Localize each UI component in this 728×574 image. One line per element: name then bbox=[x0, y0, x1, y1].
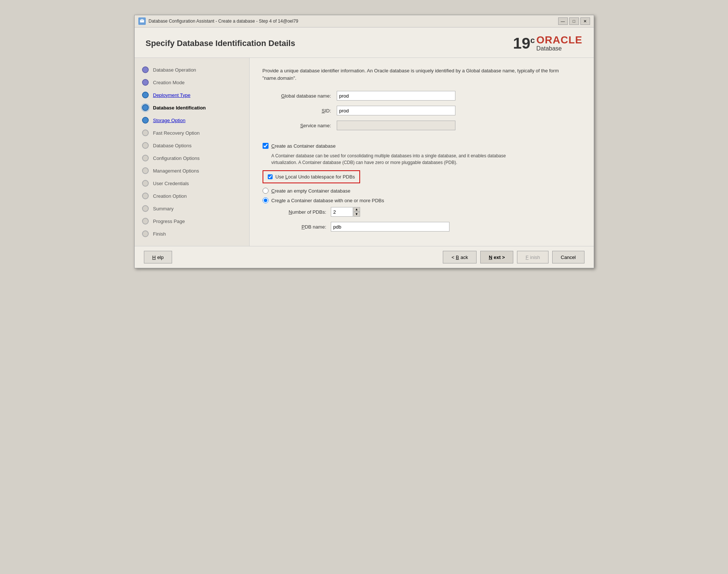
create-with-pdb-row: Create a Container database with one or … bbox=[263, 197, 581, 203]
title-bar: Database Configuration Assistant - Creat… bbox=[135, 15, 594, 27]
create-with-pdb-label: Create a Container database with one or … bbox=[271, 198, 384, 203]
service-name-row: Service name: bbox=[263, 121, 581, 130]
step-inactive-icon bbox=[142, 167, 149, 174]
sid-input[interactable] bbox=[337, 106, 455, 115]
step-inactive-icon bbox=[142, 218, 149, 224]
header: Specify Database Identification Details … bbox=[135, 27, 594, 58]
sid-row: SID: bbox=[263, 106, 581, 115]
spinner-down-button[interactable]: ▼ bbox=[353, 212, 360, 217]
maximize-button[interactable]: □ bbox=[569, 17, 579, 25]
pdb-name-input[interactable] bbox=[331, 222, 449, 232]
page-description: Provide a unique database identifier inf… bbox=[263, 67, 581, 82]
sidebar-item-database-operation: Database Operation bbox=[135, 63, 249, 76]
sidebar-item-deployment-type[interactable]: Deployment Type bbox=[135, 89, 249, 101]
num-pdbs-spinner-wrapper: ▲ ▼ bbox=[331, 207, 360, 217]
svg-rect-1 bbox=[141, 19, 144, 20]
step-inactive-icon bbox=[142, 129, 149, 136]
pdb-name-label: PDB name: bbox=[271, 224, 331, 230]
global-db-name-row: Global database name: bbox=[263, 91, 581, 101]
use-local-undo-highlight-box: Use Local Undo tablespace for PDBs bbox=[263, 170, 360, 183]
pdb-name-row: PDB name: bbox=[271, 222, 581, 232]
container-db-label: Create as Container database bbox=[271, 143, 336, 149]
spinner-up-button[interactable]: ▲ bbox=[353, 207, 360, 212]
step-inactive-icon bbox=[142, 180, 149, 187]
sidebar-item-management-options: Management Options bbox=[135, 164, 249, 177]
container-db-checkbox[interactable] bbox=[263, 143, 269, 149]
content-area: Provide a unique database identifier inf… bbox=[250, 58, 594, 246]
sidebar: Database Operation Creation Mode Deploym… bbox=[135, 58, 250, 246]
oracle-logo: 19c ORACLE Database bbox=[513, 35, 582, 52]
num-pdbs-input[interactable] bbox=[331, 207, 353, 217]
step-inactive-icon bbox=[142, 155, 149, 161]
spinner-buttons: ▲ ▼ bbox=[353, 207, 360, 217]
finish-button[interactable]: Finish bbox=[517, 251, 549, 263]
use-local-undo-checkbox[interactable] bbox=[268, 174, 273, 179]
use-local-undo-label: Use Local Undo tablespace for PDBs bbox=[276, 174, 355, 180]
step-inactive-icon bbox=[142, 193, 149, 199]
sidebar-item-storage-option[interactable]: Storage Option bbox=[135, 114, 249, 127]
num-pdbs-row: Number of PDBs: ▲ ▼ bbox=[271, 207, 581, 217]
global-db-name-input[interactable] bbox=[337, 91, 455, 101]
create-with-pdb-radio[interactable] bbox=[263, 197, 269, 203]
step-inactive-icon bbox=[142, 230, 149, 237]
sidebar-item-fast-recovery-option: Fast Recovery Option bbox=[135, 127, 249, 139]
step-link-icon bbox=[142, 117, 149, 124]
sidebar-item-user-credentials: User Credentials bbox=[135, 177, 249, 190]
global-db-name-label: Global database name: bbox=[263, 93, 337, 99]
step-active-icon bbox=[142, 104, 149, 111]
sidebar-item-summary: Summary bbox=[135, 202, 249, 215]
sidebar-item-configuration-options: Configuration Options bbox=[135, 152, 249, 164]
oracle-sub-text: Database bbox=[536, 45, 562, 52]
sidebar-item-creation-option: Creation Option bbox=[135, 190, 249, 202]
step-link-icon bbox=[142, 92, 149, 98]
footer-left: Help bbox=[144, 251, 172, 263]
oracle-version: 19c bbox=[513, 36, 535, 51]
step-inactive-icon bbox=[142, 142, 149, 149]
step-done-icon bbox=[142, 66, 149, 73]
sidebar-item-finish: Finish bbox=[135, 227, 249, 240]
minimize-button[interactable]: — bbox=[558, 17, 568, 25]
container-db-info: A Container database can be used for con… bbox=[271, 152, 524, 166]
create-empty-cdb-radio[interactable] bbox=[263, 188, 269, 194]
service-name-label: Service name: bbox=[263, 123, 337, 128]
window-title: Database Configuration Assistant - Creat… bbox=[149, 19, 299, 24]
footer-right: < Back Next > Finish Cancel bbox=[443, 251, 584, 263]
close-button[interactable]: ✕ bbox=[580, 17, 590, 25]
sid-label: SID: bbox=[263, 108, 337, 114]
footer: Help < Back Next > Finish Cancel bbox=[135, 246, 594, 268]
main-window: Database Configuration Assistant - Creat… bbox=[134, 15, 594, 268]
sidebar-item-progress-page: Progress Page bbox=[135, 215, 249, 227]
service-name-input[interactable] bbox=[337, 121, 455, 130]
sidebar-item-creation-mode: Creation Mode bbox=[135, 76, 249, 89]
container-db-checkbox-row: Create as Container database bbox=[263, 143, 581, 149]
page-title: Specify Database Identification Details bbox=[146, 39, 295, 48]
help-button[interactable]: Help bbox=[144, 251, 172, 263]
oracle-text: ORACLE bbox=[536, 35, 582, 45]
sidebar-item-database-identification: Database Identification bbox=[135, 101, 249, 114]
cancel-button[interactable]: Cancel bbox=[552, 251, 584, 263]
create-empty-cdb-label: Create an empty Container database bbox=[271, 188, 350, 194]
app-icon bbox=[138, 17, 146, 25]
step-inactive-icon bbox=[142, 205, 149, 212]
next-button[interactable]: Next > bbox=[480, 251, 513, 263]
step-done-icon bbox=[142, 79, 149, 86]
create-empty-cdb-row: Create an empty Container database bbox=[263, 188, 581, 194]
main-content: Database Operation Creation Mode Deploym… bbox=[135, 58, 594, 246]
sidebar-item-database-options: Database Options bbox=[135, 139, 249, 152]
num-pdbs-label: Number of PDBs: bbox=[271, 209, 331, 215]
back-button[interactable]: < Back bbox=[443, 251, 477, 263]
oracle-brand: ORACLE Database bbox=[536, 35, 582, 52]
